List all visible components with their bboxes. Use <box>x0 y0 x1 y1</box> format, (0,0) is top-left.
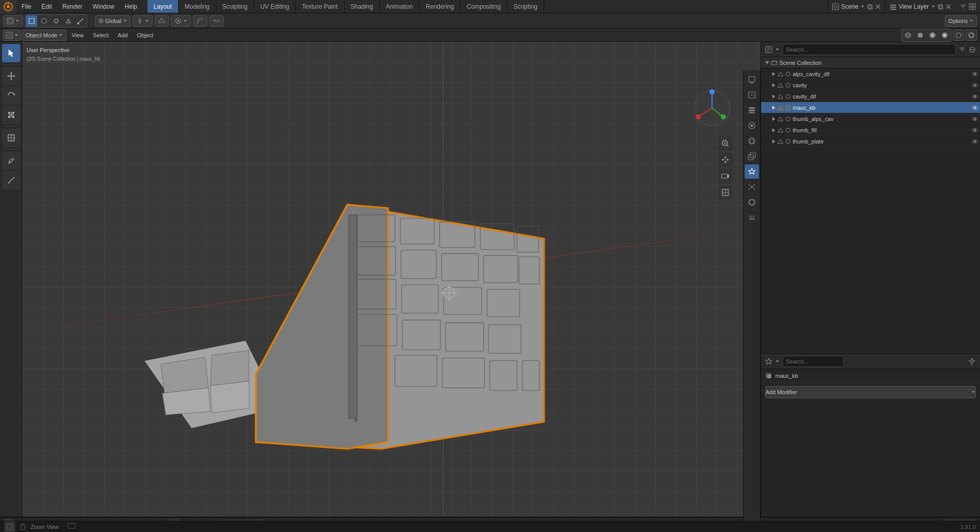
move-tool[interactable] <box>2 67 20 85</box>
ortho-btn[interactable] <box>718 185 732 200</box>
rotate-tool[interactable] <box>2 86 20 105</box>
outliner-item-cavity[interactable]: cavity <box>761 80 980 91</box>
outliner-eye-alps[interactable] <box>970 69 980 79</box>
svg-marker-167 <box>776 49 779 51</box>
rendered-btn[interactable] <box>939 30 950 41</box>
workspace-tab-texture-paint[interactable]: Texture Paint <box>296 0 345 13</box>
display-icon[interactable] <box>969 3 976 10</box>
filter-icon[interactable] <box>960 3 967 10</box>
outliner-editor-dropdown[interactable] <box>775 47 779 52</box>
menu-render[interactable]: Render <box>57 0 87 13</box>
menu-help[interactable]: Help <box>119 0 142 13</box>
prop-tab-particles[interactable] <box>745 180 759 194</box>
pivot-btn[interactable] <box>133 15 153 27</box>
wave-btn[interactable] <box>209 15 224 27</box>
snap-btn[interactable] <box>155 15 169 27</box>
outliner-eye-thumb-alps[interactable] <box>970 114 980 124</box>
workspace-tab-uv-editing[interactable]: UV Editing <box>254 0 296 13</box>
prop-tab-output[interactable] <box>745 88 759 102</box>
menu-file[interactable]: File <box>16 0 36 13</box>
lasso-tool[interactable] <box>51 15 62 27</box>
viewport-menu-select[interactable]: Select <box>89 30 113 41</box>
scale-tool[interactable] <box>2 106 20 124</box>
outliner-eye-cavity-dif[interactable] <box>970 91 980 102</box>
view-layer-copy-icon[interactable] <box>937 4 943 10</box>
outliner-item-thumb-fill[interactable]: thumb_fill <box>761 125 980 136</box>
scene-selector[interactable]: Scene <box>827 0 886 13</box>
view-layer-selector[interactable]: View Layer <box>886 0 955 13</box>
viewport-menu-object[interactable]: Object <box>133 30 157 41</box>
outliner-eye-thumb-fill[interactable] <box>970 125 980 135</box>
transform-orientation-btn[interactable]: Global <box>95 15 131 27</box>
add-modifier-btn[interactable]: Add Modifier <box>765 386 976 398</box>
scene-collection-icon <box>771 60 777 66</box>
measure-tool[interactable] <box>75 15 86 27</box>
workspace-tab-animation[interactable]: Animation <box>380 0 420 13</box>
prop-tab-constraints[interactable] <box>745 210 759 225</box>
wireframe-btn[interactable] <box>902 30 914 41</box>
annotate-tool[interactable] <box>2 152 20 170</box>
pin-icon[interactable] <box>968 357 976 366</box>
outliner-label-mauc-kb: mauc_kb <box>793 105 968 111</box>
tweak-tool[interactable] <box>63 15 74 27</box>
camera-btn[interactable] <box>718 169 732 183</box>
viewport-editor-type-btn[interactable] <box>3 30 21 41</box>
workspace-tab-scripting[interactable]: Scripting <box>507 0 544 13</box>
workspace-tab-sculpting[interactable]: Sculpting <box>216 0 254 13</box>
outliner-item-thumb-plate[interactable]: thumb_plate <box>761 136 980 147</box>
outliner-display-icon[interactable] <box>969 46 976 53</box>
workspace-tab-rendering[interactable]: Rendering <box>420 0 460 13</box>
viewport-menu-view[interactable]: View <box>67 30 88 41</box>
prop-tab-object[interactable] <box>745 149 759 163</box>
scene-copy-icon[interactable] <box>867 4 873 10</box>
prop-tab-scene[interactable] <box>745 118 759 133</box>
workspace-tab-layout[interactable]: Layout <box>148 0 179 13</box>
outliner-filter-icon[interactable] <box>959 46 966 53</box>
scene-collection-arrow[interactable] <box>765 61 769 64</box>
proportional-edit-btn[interactable] <box>171 15 191 27</box>
overlay-btn[interactable] <box>953 30 964 41</box>
object-mode-btn[interactable]: Object Mode <box>22 30 66 41</box>
properties-search-input[interactable] <box>782 356 844 367</box>
editor-type-btn[interactable] <box>3 15 23 27</box>
svg-rect-22 <box>973 4 975 6</box>
measure-tool-left[interactable] <box>2 171 20 189</box>
options-btn[interactable]: Options <box>945 15 977 27</box>
material-preview-btn[interactable] <box>927 30 938 41</box>
outliner-search-input[interactable] <box>782 44 955 55</box>
prop-tab-view-layer[interactable] <box>745 103 759 117</box>
outliner-eye-cavity[interactable] <box>970 80 980 90</box>
scene-close-icon[interactable] <box>875 4 881 10</box>
outliner-eye-mauc-kb[interactable] <box>970 103 980 113</box>
outliner-item-thumb-alps-cav[interactable]: thumb_alps_cav <box>761 113 980 125</box>
prop-tab-modifier[interactable] <box>745 164 759 179</box>
viewport-3d[interactable]: User Perspective (20) Scene Collection |… <box>22 42 761 517</box>
outliner-item-cavity-dif[interactable]: cavity_dif <box>761 91 980 102</box>
properties-editor-dropdown[interactable] <box>775 359 779 364</box>
transform-tool[interactable] <box>2 129 20 147</box>
zoom-to-fit-btn[interactable] <box>718 136 732 151</box>
xray-btn[interactable] <box>966 30 977 41</box>
pan-view-btn[interactable] <box>718 153 732 167</box>
select-circle-tool[interactable] <box>38 15 50 27</box>
workspace-tab-modeling[interactable]: Modeling <box>179 0 216 13</box>
menu-window[interactable]: Window <box>87 0 119 13</box>
cursor-tool[interactable] <box>2 44 20 62</box>
outliner-item-alps-cavity-dif[interactable]: alps_cavity_dif <box>761 68 980 80</box>
prop-tab-render[interactable] <box>745 72 759 87</box>
select-box-tool[interactable] <box>26 15 37 27</box>
outliner-item-mauc-kb[interactable]: mauc_kb <box>761 102 980 113</box>
prop-tab-physics[interactable] <box>745 195 759 209</box>
workspace-tab-compositing[interactable]: Compositing <box>460 0 507 13</box>
solid-btn[interactable] <box>915 30 926 41</box>
tool-sep-2 <box>4 126 19 127</box>
outliner-eye-thumb-plate[interactable] <box>970 136 980 147</box>
viewport-menu-add[interactable]: Add <box>114 30 132 41</box>
prop-tab-world[interactable] <box>745 134 759 148</box>
viewport-gizmo[interactable]: Z <box>692 88 732 130</box>
curve-btn[interactable] <box>193 15 207 27</box>
svg-point-156 <box>754 188 755 189</box>
menu-edit[interactable]: Edit <box>36 0 57 13</box>
view-layer-close-icon[interactable] <box>945 4 951 10</box>
workspace-tab-shading[interactable]: Shading <box>345 0 380 13</box>
